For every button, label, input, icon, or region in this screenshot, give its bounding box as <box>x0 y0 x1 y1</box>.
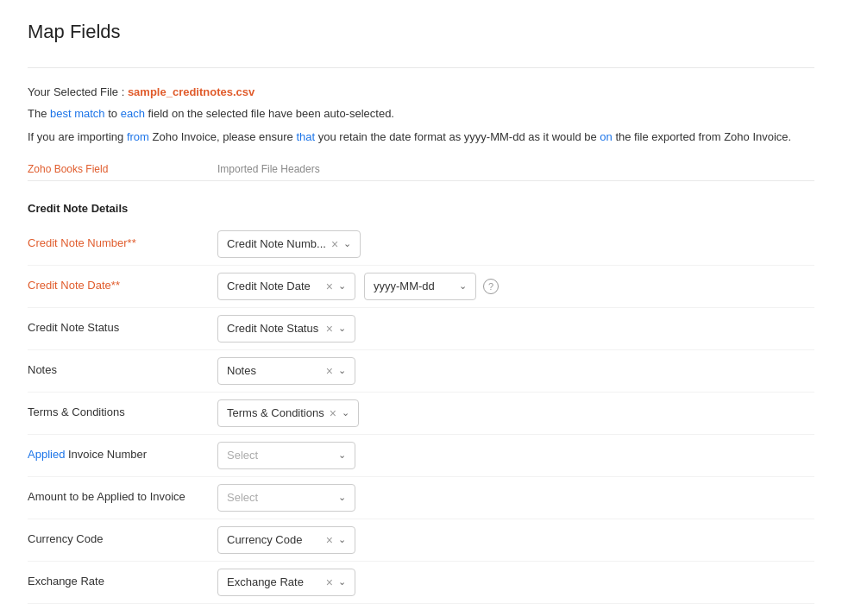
selects-currency_code: Currency Code×⌄ <box>217 526 355 554</box>
select-wrapper-credit_note_status-0: Credit Note Status×⌄ <box>217 315 355 343</box>
field-label-currency_code: Currency Code <box>28 531 217 547</box>
field-row-applied_invoice_number: Applied Invoice NumberSelect⌄ <box>28 435 814 477</box>
field-row-terms_conditions: Terms & ConditionsTerms & Conditions×⌄ <box>28 393 814 435</box>
select-box-currency_code-0[interactable]: Currency Code×⌄ <box>217 526 355 554</box>
field-row-credit_note_date: Credit Note Date*Credit Note Date×⌄yyyy-… <box>28 266 814 308</box>
chevron-down-icon-exchange_rate-0: ⌄ <box>338 577 346 587</box>
chevron-down-icon-currency_code-0: ⌄ <box>338 535 346 544</box>
select-text-terms_conditions-0: Terms & Conditions <box>227 406 324 419</box>
select-text-exchange_rate-0: Exchange Rate <box>227 575 321 588</box>
section-title: Credit Note Details <box>28 195 217 220</box>
col-imported-label: Imported File Headers <box>217 163 320 175</box>
select-box-credit_note_number-0[interactable]: Credit Note Numb...×⌄ <box>217 230 361 258</box>
field-label-credit_note_number: Credit Note Number* <box>28 236 217 251</box>
selected-file-line: Your Selected File : sample_creditnotes.… <box>28 85 814 98</box>
clear-icon-credit_note_date-0[interactable]: × <box>326 280 333 292</box>
select-wrapper-amount_to_be_applied-0: Select⌄ <box>217 484 355 512</box>
select-text-currency_code-0: Currency Code <box>227 533 321 546</box>
field-row-credit_note_status: Credit Note StatusCredit Note Status×⌄ <box>28 308 814 350</box>
field-label-credit_note_date: Credit Note Date* <box>28 278 217 293</box>
chevron-down-icon-terms_conditions-0: ⌄ <box>342 408 349 418</box>
fields-container: Credit Note Number*Credit Note Numb...×⌄… <box>28 223 814 604</box>
field-row-exchange_rate: Exchange RateExchange Rate×⌄ <box>28 562 814 604</box>
select-wrapper-exchange_rate-0: Exchange Rate×⌄ <box>217 569 355 596</box>
field-row-currency_code: Currency CodeCurrency Code×⌄ <box>28 519 814 562</box>
chevron-down-icon-notes-0: ⌄ <box>338 366 346 375</box>
col-zoho-label: Zoho Books Field <box>28 163 217 175</box>
clear-icon-terms_conditions-0[interactable]: × <box>330 407 336 419</box>
chevron-down-icon-amount_to_be_applied-0: ⌄ <box>338 493 346 502</box>
select-wrapper-credit_note_number-0: Credit Note Numb...×⌄ <box>217 230 361 258</box>
select-box-terms_conditions-0[interactable]: Terms & Conditions×⌄ <box>217 399 359 427</box>
select-text-credit_note_number-0: Credit Note Numb... <box>227 237 326 250</box>
selects-credit_note_number: Credit Note Numb...×⌄ <box>217 230 361 258</box>
select-text-applied_invoice_number-0: Select <box>227 449 333 462</box>
select-wrapper-credit_note_date-0: Credit Note Date×⌄ <box>217 273 355 300</box>
selects-terms_conditions: Terms & Conditions×⌄ <box>217 399 359 427</box>
selected-file-label: Your Selected File : <box>28 85 128 98</box>
field-label-amount_to_be_applied: Amount to be Applied to Invoice <box>28 489 217 505</box>
page-title: Map Fields <box>28 21 814 43</box>
notice-line: If you are importing from Zoho Invoice, … <box>28 129 814 146</box>
field-label-exchange_rate: Exchange Rate <box>28 574 217 589</box>
selects-notes: Notes×⌄ <box>217 357 355 385</box>
auto-selected-text: The best match to each field on the sele… <box>28 107 394 120</box>
chevron-down-icon-credit_note_number-0: ⌄ <box>343 239 351 248</box>
chevron-down-icon-credit_note_date-1: ⌄ <box>459 281 467 291</box>
field-label-credit_note_status: Credit Note Status <box>28 320 217 336</box>
clear-icon-currency_code-0[interactable]: × <box>326 534 333 546</box>
select-text-credit_note_date-0: Credit Note Date <box>227 280 321 292</box>
selects-applied_invoice_number: Select⌄ <box>217 442 355 469</box>
selects-amount_to_be_applied: Select⌄ <box>217 484 355 512</box>
notice-block: If you are importing from Zoho Invoice, … <box>28 129 814 146</box>
select-box-credit_note_status-0[interactable]: Credit Note Status×⌄ <box>217 315 355 343</box>
selects-exchange_rate: Exchange Rate×⌄ <box>217 569 355 596</box>
selected-file-block: Your Selected File : sample_creditnotes.… <box>28 85 814 98</box>
chevron-down-icon-credit_note_date-0: ⌄ <box>338 281 346 291</box>
selects-credit_note_date: Credit Note Date×⌄yyyy-MM-dd⌄? <box>217 273 499 300</box>
select-wrapper-terms_conditions-0: Terms & Conditions×⌄ <box>217 399 359 427</box>
select-box-applied_invoice_number-0[interactable]: Select⌄ <box>217 442 355 469</box>
select-box-amount_to_be_applied-0[interactable]: Select⌄ <box>217 484 355 512</box>
field-row-notes: NotesNotes×⌄ <box>28 350 814 393</box>
select-wrapper-applied_invoice_number-0: Select⌄ <box>217 442 355 469</box>
select-wrapper-currency_code-0: Currency Code×⌄ <box>217 526 355 554</box>
field-row-amount_to_be_applied: Amount to be Applied to InvoiceSelect⌄ <box>28 477 814 519</box>
select-box-notes-0[interactable]: Notes×⌄ <box>217 357 355 385</box>
select-wrapper-credit_note_date-1: yyyy-MM-dd⌄ <box>364 273 476 300</box>
clear-icon-credit_note_status-0[interactable]: × <box>326 323 333 335</box>
select-wrapper-notes-0: Notes×⌄ <box>217 357 355 385</box>
field-label-notes: Notes <box>28 362 217 378</box>
select-text-notes-0: Notes <box>227 364 321 377</box>
clear-icon-credit_note_number-0[interactable]: × <box>331 238 338 250</box>
selects-credit_note_status: Credit Note Status×⌄ <box>217 315 355 343</box>
select-box-exchange_rate-0[interactable]: Exchange Rate×⌄ <box>217 569 355 596</box>
columns-header: Zoho Books Field Imported File Headers <box>28 163 814 181</box>
help-icon-credit_note_date[interactable]: ? <box>483 279 499 294</box>
field-label-applied_invoice_number: Applied Invoice Number <box>28 447 217 462</box>
select-text-amount_to_be_applied-0: Select <box>227 491 333 504</box>
select-box-credit_note_date-1[interactable]: yyyy-MM-dd⌄ <box>364 273 476 300</box>
clear-icon-exchange_rate-0[interactable]: × <box>326 576 333 588</box>
select-text-credit_note_date-1: yyyy-MM-dd <box>374 280 454 292</box>
selected-file-link[interactable]: sample_creditnotes.csv <box>128 85 254 98</box>
field-row-credit_note_number: Credit Note Number*Credit Note Numb...×⌄ <box>28 223 814 266</box>
clear-icon-notes-0[interactable]: × <box>326 365 333 377</box>
field-label-terms_conditions: Terms & Conditions <box>28 405 217 420</box>
section-header: Credit Note Details <box>28 190 814 223</box>
select-text-credit_note_status-0: Credit Note Status <box>227 322 321 335</box>
auto-selected-line: The best match to each field on the sele… <box>28 107 814 120</box>
chevron-down-icon-applied_invoice_number-0: ⌄ <box>338 450 346 460</box>
select-box-credit_note_date-0[interactable]: Credit Note Date×⌄ <box>217 273 355 300</box>
auto-selected-block: The best match to each field on the sele… <box>28 107 814 120</box>
chevron-down-icon-credit_note_status-0: ⌄ <box>338 324 346 333</box>
title-divider <box>28 67 814 68</box>
